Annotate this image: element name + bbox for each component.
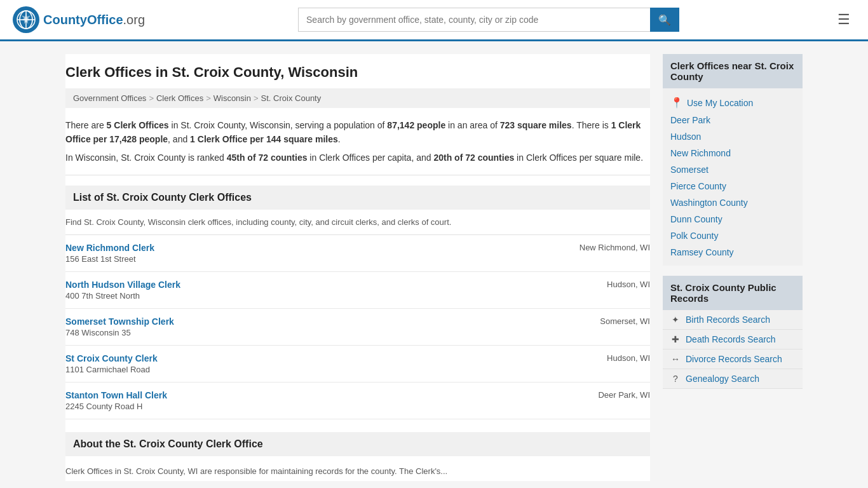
office-address-5: 2245 County Road H xyxy=(65,402,548,411)
menu-button[interactable]: ☰ xyxy=(832,9,855,30)
breadcrumb: Government Offices > Clerk Offices > Wis… xyxy=(65,88,650,108)
use-location-link[interactable]: Use My Location xyxy=(687,98,753,108)
office-name-5: Stanton Town Hall Clerk xyxy=(65,390,548,400)
pierce-county-link[interactable]: Pierce County xyxy=(670,181,726,191)
office-location-5: Deer Park, WI xyxy=(548,390,650,400)
new-richmond-link[interactable]: New Richmond xyxy=(670,148,731,158)
table-row: North Hudson Village Clerk 400 7th Stree… xyxy=(65,272,650,309)
birth-records-icon: ✦ xyxy=(670,315,681,325)
office-location-3: Somerset, WI xyxy=(548,316,650,326)
header: CountyOffice.org 🔍 ☰ xyxy=(0,0,868,41)
sidebar-item-ramsey-county[interactable]: Ramsey County xyxy=(663,244,803,261)
office-info-5: Stanton Town Hall Clerk 2245 County Road… xyxy=(65,390,548,411)
office-name-1: New Richmond Clerk xyxy=(65,243,548,253)
sidebar-records-box: St. Croix County Public Records ✦ Birth … xyxy=(663,276,803,389)
description: There are 5 Clerk Offices in St. Croix C… xyxy=(65,118,650,175)
breadcrumb-sep-1: > xyxy=(149,93,154,103)
divorce-records-link[interactable]: Divorce Records Search xyxy=(686,354,782,364)
search-button[interactable]: 🔍 xyxy=(650,8,679,32)
office-info-3: Somerset Township Clerk 748 Wisconsin 35 xyxy=(65,316,548,337)
office-address-4: 1101 Carmichael Road xyxy=(65,365,548,374)
about-text: Clerk Offices in St. Croix County, WI ar… xyxy=(65,461,650,481)
death-records-link[interactable]: Death Records Search xyxy=(686,334,776,344)
logo-icon xyxy=(13,6,39,33)
office-link-1[interactable]: New Richmond Clerk xyxy=(65,243,154,253)
office-info-1: New Richmond Clerk 156 East 1st Street xyxy=(65,243,548,264)
desc-para-2: In Wisconsin, St. Croix County is ranked… xyxy=(65,151,650,165)
office-link-5[interactable]: Stanton Town Hall Clerk xyxy=(65,390,167,400)
table-row: St Croix County Clerk 1101 Carmichael Ro… xyxy=(65,346,650,383)
office-address-1: 156 East 1st Street xyxy=(65,254,548,264)
office-link-3[interactable]: Somerset Township Clerk xyxy=(65,316,174,327)
sidebar-item-dunn-county[interactable]: Dunn County xyxy=(663,211,803,227)
sidebar-nearby-box: Clerk Offices near St. Croix County 📍 Us… xyxy=(663,54,803,266)
dunn-county-link[interactable]: Dunn County xyxy=(670,214,722,224)
about-heading: About the St. Croix County Clerk Office xyxy=(65,432,650,456)
logo-area: CountyOffice.org xyxy=(13,6,145,33)
death-records-icon: ✚ xyxy=(670,334,681,344)
deer-park-link[interactable]: Deer Park xyxy=(670,115,710,125)
sidebar-item-deer-park[interactable]: Deer Park xyxy=(663,112,803,128)
sidebar-item-hudson[interactable]: Hudson xyxy=(663,128,803,145)
sidebar-nearby-title: Clerk Offices near St. Croix County xyxy=(663,54,803,88)
rank-capita: 45th of 72 counties xyxy=(227,152,308,163)
logo-text: CountyOffice.org xyxy=(43,13,145,27)
office-info-4: St Croix County Clerk 1101 Carmichael Ro… xyxy=(65,353,548,374)
office-location-1: New Richmond, WI xyxy=(548,243,650,252)
hamburger-icon: ☰ xyxy=(837,11,850,27)
population: 87,142 people xyxy=(387,120,445,130)
breadcrumb-sep-2: > xyxy=(206,93,211,103)
area: 723 square miles xyxy=(500,120,572,130)
sidebar-genealogy-search[interactable]: ? Genealogy Search xyxy=(663,369,803,389)
table-row: New Richmond Clerk 156 East 1st Street N… xyxy=(65,235,650,272)
sidebar-item-somerset[interactable]: Somerset xyxy=(663,161,803,178)
washington-county-link[interactable]: Washington County xyxy=(670,198,748,208)
sidebar-death-records[interactable]: ✚ Death Records Search xyxy=(663,330,803,349)
office-name-3: Somerset Township Clerk xyxy=(65,316,548,327)
ramsey-county-link[interactable]: Ramsey County xyxy=(670,247,734,257)
birth-records-link[interactable]: Birth Records Search xyxy=(686,315,770,325)
sidebar-item-pierce-county[interactable]: Pierce County xyxy=(663,178,803,194)
office-address-3: 748 Wisconsin 35 xyxy=(65,328,548,337)
sidebar-use-location[interactable]: 📍 Use My Location xyxy=(663,93,803,112)
list-subdesc: Find St. Croix County, Wisconsin clerk o… xyxy=(65,215,650,235)
sidebar-nearby-list: 📍 Use My Location Deer Park Hudson New R… xyxy=(663,88,803,266)
divorce-records-icon: ↔ xyxy=(670,354,681,364)
office-address-2: 400 7th Street North xyxy=(65,291,548,301)
breadcrumb-clerk-offices[interactable]: Clerk Offices xyxy=(156,93,203,103)
clerk-count: 5 Clerk Offices xyxy=(107,120,169,130)
sidebar-records-list: ✦ Birth Records Search ✚ Death Records S… xyxy=(663,310,803,389)
office-link-2[interactable]: North Hudson Village Clerk xyxy=(65,280,180,290)
office-location-2: Hudson, WI xyxy=(548,280,650,289)
main-container: Clerk Offices in St. Croix County, Wisco… xyxy=(53,41,815,488)
somerset-link[interactable]: Somerset xyxy=(670,165,709,175)
sidebar-divorce-records[interactable]: ↔ Divorce Records Search xyxy=(663,349,803,369)
office-location-4: Hudson, WI xyxy=(548,353,650,363)
office-name-4: St Croix County Clerk xyxy=(65,353,548,363)
genealogy-link[interactable]: Genealogy Search xyxy=(686,374,759,384)
page-title: Clerk Offices in St. Croix County, Wisco… xyxy=(65,54,650,88)
sidebar-records-title: St. Croix County Public Records xyxy=(663,276,803,310)
sidebar: Clerk Offices near St. Croix County 📍 Us… xyxy=(663,54,803,481)
table-row: Somerset Township Clerk 748 Wisconsin 35… xyxy=(65,309,650,346)
breadcrumb-gov-offices[interactable]: Government Offices xyxy=(73,93,146,103)
sidebar-birth-records[interactable]: ✦ Birth Records Search xyxy=(663,310,803,330)
polk-county-link[interactable]: Polk County xyxy=(670,231,718,241)
content-area: Clerk Offices in St. Croix County, Wisco… xyxy=(65,54,650,481)
breadcrumb-wisconsin[interactable]: Wisconsin xyxy=(214,93,251,103)
sidebar-item-polk-county[interactable]: Polk County xyxy=(663,227,803,244)
office-info-2: North Hudson Village Clerk 400 7th Stree… xyxy=(65,280,548,301)
per-mile: 1 Clerk Office per 144 square miles xyxy=(190,134,338,144)
breadcrumb-st-croix[interactable]: St. Croix County xyxy=(261,93,322,103)
breadcrumb-sep-3: > xyxy=(254,93,259,103)
search-input[interactable] xyxy=(298,8,650,32)
genealogy-icon: ? xyxy=(670,374,681,384)
desc-para-1: There are 5 Clerk Offices in St. Croix C… xyxy=(65,118,650,147)
hudson-link[interactable]: Hudson xyxy=(670,132,701,142)
sidebar-item-washington-county[interactable]: Washington County xyxy=(663,194,803,211)
search-icon: 🔍 xyxy=(658,15,671,25)
list-heading: List of St. Croix County Clerk Offices xyxy=(65,186,650,210)
office-link-4[interactable]: St Croix County Clerk xyxy=(65,353,158,363)
search-area: 🔍 xyxy=(298,8,679,32)
sidebar-item-new-richmond[interactable]: New Richmond xyxy=(663,145,803,161)
